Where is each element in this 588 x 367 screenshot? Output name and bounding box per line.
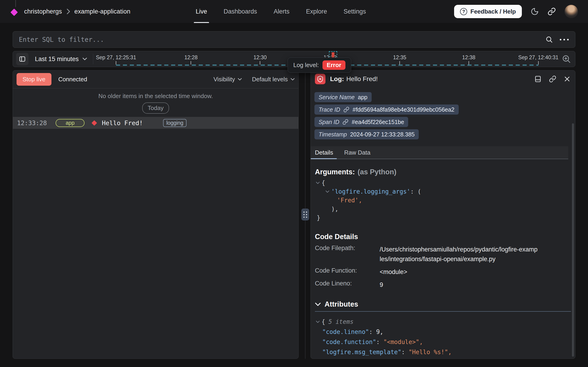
- theme-toggle-moon-icon[interactable]: [530, 7, 539, 16]
- scrollbar[interactable]: [572, 123, 574, 357]
- code-function-value: <module>: [380, 267, 538, 277]
- logfire-logo-icon[interactable]: [10, 8, 18, 16]
- visibility-dropdown[interactable]: Visibility: [213, 76, 242, 83]
- log-timestamp: 12:33:28: [17, 119, 47, 126]
- service-badge[interactable]: app: [56, 119, 84, 127]
- chevron-down-icon: [238, 78, 242, 81]
- zoom-in-icon[interactable]: [561, 53, 572, 65]
- empty-window-message: No older items in the selected time wind…: [13, 92, 298, 100]
- close-icon[interactable]: [563, 75, 571, 83]
- metadata-badges: Service Name app Trace ID #fdd5694a8fa98…: [311, 92, 517, 139]
- tree-collapse-icon[interactable]: [316, 181, 320, 185]
- timeline-tick-label: 12:38: [462, 54, 475, 61]
- arguments-python-tree: { 'logfire.logging_args': ( 'Fred', ), }: [316, 178, 575, 222]
- tooltip-label: Log level:: [293, 62, 319, 69]
- log-detail-panel: Log: Hello Fred! Service Name app Tra: [311, 70, 575, 359]
- error-shield-icon: [315, 74, 325, 84]
- tab-explore[interactable]: Explore: [306, 0, 327, 23]
- tree-collapse-icon[interactable]: [316, 320, 320, 324]
- timeline-tick-mark: [399, 61, 400, 65]
- detail-tabs: Details Raw Data: [311, 146, 568, 159]
- tab-dashboards[interactable]: Dashboards: [224, 0, 257, 23]
- live-log-panel: Stop live Connected Visibility Default l…: [13, 70, 298, 359]
- chevron-right-icon: [66, 8, 70, 15]
- sql-filter-bar: [13, 31, 575, 48]
- arguments-heading-suffix: (as Python): [358, 168, 397, 176]
- help-icon: [460, 8, 467, 15]
- timestamp-badge[interactable]: Timestamp 2024-09-27 12:33:28.385: [315, 129, 419, 139]
- live-panel-header: Stop live Connected Visibility Default l…: [13, 70, 298, 88]
- main-content: Stop live Connected Visibility Default l…: [13, 70, 575, 359]
- code-lineno-label: Code Lineno:: [315, 280, 380, 290]
- tab-alerts[interactable]: Alerts: [273, 0, 290, 23]
- timeline-tick-label: 12:35: [393, 54, 406, 61]
- badge-label: Trace ID: [319, 106, 340, 113]
- share-link-icon[interactable]: [547, 7, 556, 16]
- badge-label: Timestamp: [319, 131, 347, 138]
- trace-id-badge[interactable]: Trace ID #fdd5694a8fa98eb4e301d99ebc056e…: [315, 105, 459, 115]
- timeline-tick-mark: [260, 61, 260, 65]
- log-row-selected[interactable]: 12:33:28 app Hello Fred! logging: [13, 117, 298, 129]
- badge-label: Span ID: [319, 119, 339, 125]
- code-details-heading: Code Details: [315, 233, 575, 241]
- tab-raw-data[interactable]: Raw Data: [344, 146, 370, 159]
- panel-resize-handle[interactable]: [301, 209, 309, 220]
- detail-title-label: Log:: [330, 75, 344, 83]
- badge-value: #fdd5694a8fa98eb4e301d99ebc056ea2: [353, 106, 455, 113]
- tab-settings[interactable]: Settings: [344, 0, 366, 23]
- copy-link-icon[interactable]: [548, 75, 557, 83]
- code-filepath-value: /Users/christophersamiullah/repos/pydant…: [380, 245, 538, 264]
- attributes-section-toggle[interactable]: Attributes: [315, 300, 575, 309]
- nav-right-cluster: Feedback / Help: [454, 0, 578, 23]
- link-icon: [342, 119, 348, 125]
- breadcrumb-org[interactable]: christophergs: [24, 8, 62, 15]
- detail-header: Log: Hello Fred!: [311, 70, 575, 87]
- badge-value: #ea4d5f226ec151be: [352, 119, 404, 125]
- attributes-json-tree: { 5 items "code.lineno": 9, "code.functi…: [316, 317, 575, 359]
- code-details-table: Code Filepath: /Users/christophersamiull…: [315, 245, 575, 290]
- badge-value: app: [358, 94, 367, 100]
- badge-label: Service Name: [319, 94, 355, 100]
- tree-collapse-icon[interactable]: [325, 190, 329, 194]
- stop-live-button[interactable]: Stop live: [17, 73, 51, 86]
- today-button[interactable]: Today: [142, 102, 169, 114]
- error-diamond-icon: [92, 120, 97, 126]
- span-id-badge[interactable]: Span ID #ea4d5f226ec151be: [315, 117, 408, 127]
- default-levels-dropdown[interactable]: Default levels: [252, 76, 295, 83]
- timeline-tick-label: 12:30: [253, 54, 267, 61]
- error-level-badge: Error: [323, 60, 346, 70]
- code-function-label: Code Function:: [315, 267, 380, 277]
- link-icon: [343, 107, 349, 113]
- arguments-heading-label: Arguments:: [315, 168, 355, 176]
- code-filepath-label: Code Filepath:: [315, 245, 380, 264]
- chevron-down-icon: [290, 78, 295, 81]
- log-level-tooltip: Log level: Error: [288, 58, 351, 73]
- tab-live[interactable]: Live: [196, 0, 207, 23]
- panel-layout-icon[interactable]: [534, 75, 542, 83]
- logo-stem: [15, 0, 16, 7]
- breadcrumb-project[interactable]: example-application: [75, 8, 131, 15]
- top-nav: christophergs example-application Live D…: [0, 0, 588, 23]
- sql-filter-input[interactable]: [19, 36, 539, 43]
- timeline-tick-label: Sep 27, 12:25:31: [96, 54, 136, 61]
- detail-title-message: Hello Fred!: [346, 75, 378, 83]
- sidebar-toggle-button[interactable]: [16, 53, 28, 65]
- breadcrumb: christophergs example-application: [24, 8, 131, 15]
- more-options-icon[interactable]: [559, 37, 569, 42]
- connection-status: Connected: [58, 76, 87, 83]
- tab-details[interactable]: Details: [315, 146, 333, 159]
- scope-tag[interactable]: logging: [163, 119, 187, 127]
- timeline-tick-mark: [191, 61, 191, 65]
- timeline-tick-mark: [538, 61, 539, 65]
- service-name-badge[interactable]: Service Name app: [315, 92, 372, 102]
- timeline-tick-label: Sep 27, 12:40:31: [518, 54, 558, 61]
- feedback-help-button[interactable]: Feedback / Help: [454, 5, 522, 18]
- timeline-tick-mark: [469, 61, 469, 65]
- timeline-tick-label: 12:28: [184, 54, 198, 61]
- user-avatar[interactable]: [564, 5, 578, 18]
- attributes-heading: Attributes: [324, 300, 358, 309]
- search-icon[interactable]: [546, 36, 553, 43]
- nav-tabs: Live Dashboards Alerts Explore Settings: [196, 0, 366, 23]
- arguments-heading: Arguments:(as Python): [315, 168, 575, 176]
- visibility-label: Visibility: [213, 76, 235, 83]
